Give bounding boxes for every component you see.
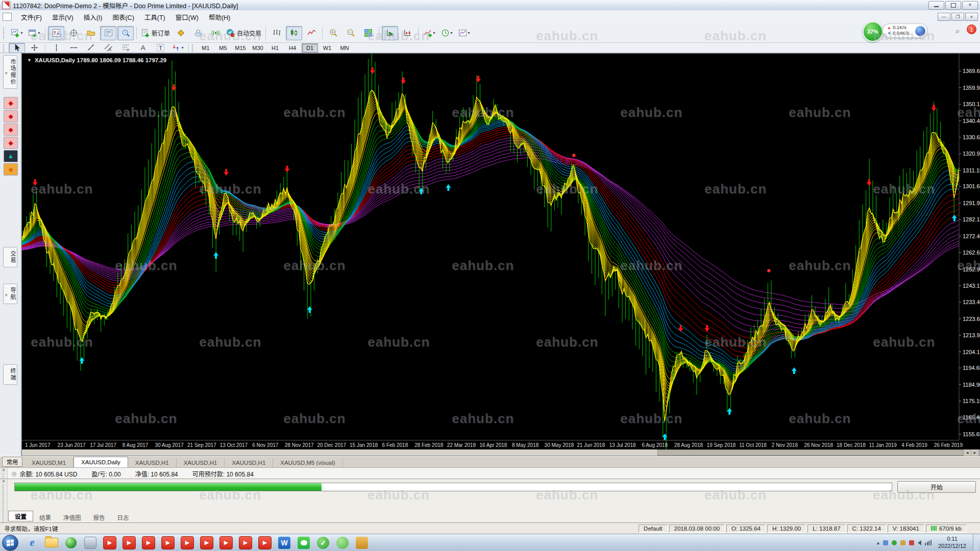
tester-tab-3[interactable]: 报告 bbox=[87, 513, 111, 521]
chevron-down-icon[interactable]: ▾ bbox=[181, 45, 183, 50]
chart-tab-3[interactable]: XAUUSD,H1 bbox=[177, 458, 225, 467]
menu-item-3[interactable]: 图表(C) bbox=[107, 10, 139, 24]
scrollbar-thumb[interactable] bbox=[657, 449, 965, 456]
notification-badge[interactable]: 1 bbox=[967, 24, 976, 34]
tester-tab-2[interactable]: 净值图 bbox=[57, 513, 87, 521]
profiles-button[interactable]: ▾ bbox=[26, 26, 42, 40]
new-order-button[interactable]: 新订单 bbox=[139, 26, 172, 40]
menu-item-0[interactable]: 文件(F) bbox=[16, 10, 47, 24]
chevron-down-icon[interactable]: ▾ bbox=[468, 31, 470, 35]
timeframe-button-mn[interactable]: MN bbox=[336, 43, 353, 53]
candlestick-style-button[interactable] bbox=[286, 26, 302, 40]
tester-tab-1[interactable]: 结果 bbox=[33, 513, 57, 521]
timeframe-button-m30[interactable]: M30 bbox=[250, 43, 266, 53]
metaeditor-button[interactable] bbox=[173, 26, 189, 40]
new-chart-button[interactable]: ▾ bbox=[9, 26, 25, 40]
sidebar-marker-button-0[interactable]: ◆ bbox=[4, 97, 18, 109]
bar-chart-style-button[interactable] bbox=[268, 26, 285, 40]
sidebar-marker-button-2[interactable]: ◆ bbox=[4, 123, 18, 136]
tester-close-icon[interactable]: × bbox=[2, 479, 5, 484]
taskbar-red-app-icon-0[interactable]: ▶ bbox=[101, 536, 119, 550]
tray-app-icon-2[interactable] bbox=[892, 540, 897, 545]
timeframe-button-m1[interactable]: M1 bbox=[198, 43, 214, 53]
tester-tab-4[interactable]: 日志 bbox=[111, 513, 135, 521]
start-button[interactable]: 开始 bbox=[897, 481, 976, 493]
chart-shift-button[interactable] bbox=[399, 26, 415, 40]
text-label-tool-button[interactable]: T bbox=[152, 43, 168, 53]
tray-app-icon-3[interactable] bbox=[900, 540, 905, 545]
trendline-tool-button[interactable] bbox=[83, 43, 99, 53]
sidebar-tab-1[interactable]: 交易 bbox=[3, 247, 17, 267]
taskbar-book-icon[interactable] bbox=[353, 536, 371, 550]
tile-windows-button[interactable] bbox=[360, 26, 376, 40]
taskbar-word-icon[interactable]: W bbox=[275, 536, 293, 550]
arrows-tool-button[interactable]: ▾ bbox=[169, 43, 186, 53]
timeframe-button-h4[interactable]: H4 bbox=[284, 43, 301, 53]
tray-speaker-icon[interactable] bbox=[918, 540, 921, 545]
auto-trading-button[interactable]: 自动交易 bbox=[225, 26, 263, 40]
periods-button[interactable]: ▾ bbox=[438, 26, 455, 40]
common-toolbox-button[interactable]: 常用 bbox=[2, 457, 22, 467]
chevron-down-icon[interactable]: ▾ bbox=[433, 31, 435, 35]
sidebar-marker-button-4[interactable]: ▲ bbox=[4, 150, 18, 162]
chart-tab-1[interactable]: XAUUSD,Daily bbox=[74, 457, 128, 467]
sidebar-tab-0[interactable]: 市场报价× bbox=[3, 55, 17, 89]
timeframe-button-m15[interactable]: M15 bbox=[232, 43, 249, 53]
timeframe-button-w1[interactable]: W1 bbox=[319, 43, 335, 53]
close-button[interactable]: × bbox=[962, 1, 978, 10]
taskbar-browser-sphere-icon[interactable] bbox=[62, 536, 80, 550]
taskbar-red-app-icon-4[interactable]: ▶ bbox=[178, 536, 197, 550]
network-speed-widget[interactable]: ▲0.1K/s ▼0.04K/s bbox=[883, 23, 927, 38]
taskbar-shield-icon-1[interactable]: ✓ bbox=[314, 536, 332, 550]
timeframe-button-m5[interactable]: M5 bbox=[215, 43, 231, 53]
vertical-line-tool-button[interactable] bbox=[48, 43, 64, 53]
taskbar-red-app-icon-8[interactable]: ▶ bbox=[256, 536, 274, 550]
tray-network-icon[interactable] bbox=[925, 540, 932, 545]
crosshair-tool-button[interactable] bbox=[26, 43, 42, 53]
sidebar-tab-3[interactable]: 终端 bbox=[3, 364, 17, 385]
menu-item-4[interactable]: 工具(T) bbox=[139, 10, 170, 24]
taskbar-red-app-icon-6[interactable]: ▶ bbox=[217, 536, 235, 550]
sidebar-marker-button-5[interactable]: ◆ bbox=[4, 163, 18, 176]
line-chart-style-button[interactable] bbox=[303, 26, 320, 40]
data-window-button[interactable] bbox=[65, 26, 82, 40]
taskbar-red-app-icon-3[interactable]: ▶ bbox=[159, 536, 177, 550]
chart-tab-5[interactable]: XAUUSD,M5 (visual) bbox=[273, 458, 342, 467]
menu-item-1[interactable]: 显示(V) bbox=[47, 10, 79, 24]
auto-scroll-button[interactable] bbox=[382, 26, 398, 40]
taskbar-folder-icon[interactable] bbox=[42, 536, 61, 550]
taskbar-red-app-icon-2[interactable]: ▶ bbox=[139, 536, 158, 550]
taskbar-red-app-icon-7[interactable]: ▶ bbox=[236, 536, 255, 550]
taskbar-red-app-icon-5[interactable]: ▶ bbox=[198, 536, 216, 550]
child-restore-button[interactable]: ❐ bbox=[951, 13, 964, 21]
channel-tool-button[interactable]: E bbox=[100, 43, 116, 53]
sidebar-marker-button-1[interactable]: ◆ bbox=[4, 110, 18, 122]
strategy-tester-button[interactable] bbox=[117, 26, 134, 40]
speed-ball-widget[interactable]: 37% bbox=[863, 21, 883, 42]
taskbar-red-app-icon-1[interactable]: ▶ bbox=[120, 536, 138, 550]
maximize-button[interactable] bbox=[945, 1, 961, 10]
taskbar-app-gray-icon[interactable] bbox=[81, 536, 100, 550]
show-desktop-button[interactable] bbox=[973, 534, 979, 551]
cursor-tool-button[interactable] bbox=[9, 43, 25, 53]
experts-button[interactable] bbox=[190, 26, 206, 40]
terminal-close-icon[interactable]: × bbox=[2, 468, 5, 473]
menu-item-5[interactable]: 窗口(W) bbox=[170, 10, 204, 24]
indicators-button[interactable]: ▾ bbox=[421, 26, 437, 40]
chevron-down-icon[interactable]: ▾ bbox=[38, 31, 40, 35]
terminal-button[interactable] bbox=[100, 26, 116, 40]
chevron-down-icon[interactable]: ▾ bbox=[451, 31, 453, 35]
search-icon[interactable]: ⌕ bbox=[955, 27, 960, 36]
close-icon[interactable]: × bbox=[5, 70, 9, 76]
tester-tab-0[interactable]: 设置 bbox=[8, 511, 33, 521]
taskbar-shield-icon-2[interactable] bbox=[333, 536, 352, 550]
chart-tab-4[interactable]: XAUUSD,H1 bbox=[225, 458, 273, 467]
minimize-button[interactable] bbox=[928, 1, 944, 10]
taskbar-wechat-icon[interactable] bbox=[295, 536, 313, 550]
child-close-button[interactable]: × bbox=[965, 13, 978, 21]
chevron-down-icon[interactable]: ▾ bbox=[20, 31, 22, 35]
taskbar-clock[interactable]: 0:112022/12/12 bbox=[938, 536, 966, 550]
start-button[interactable] bbox=[2, 535, 18, 551]
navigator-button[interactable] bbox=[83, 26, 99, 40]
tray-expand-icon[interactable]: ▴ bbox=[877, 540, 879, 545]
